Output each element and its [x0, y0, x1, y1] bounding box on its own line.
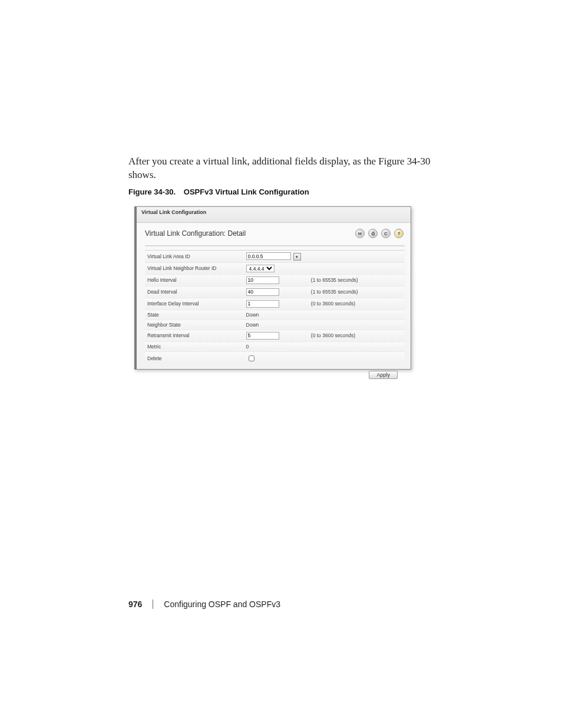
hint-hello-interval: (1 to 65535 seconds) [309, 274, 405, 286]
select-neighbor-id[interactable]: 4.4.4.4 [246, 265, 275, 272]
value-state: Down [244, 309, 405, 319]
value-metric: 0 [244, 341, 405, 351]
label-dead-interval: Dead Interval [145, 286, 244, 298]
page-number: 976 [128, 599, 142, 609]
label-neighbor-id: Virtual Link Neighbor Router ID [145, 262, 244, 274]
hint-retransmit: (0 to 3600 seconds) [309, 330, 405, 341]
row-dead-interval: Dead Interval (1 to 65535 seconds) [145, 286, 405, 298]
figure-title: OSPFv3 Virtual Link Configuration [184, 187, 309, 196]
footer-section: Configuring OSPF and OSPFv3 [164, 599, 280, 609]
detail-title: Virtual Link Configuration: Detail [145, 229, 246, 238]
row-neighbor-id: Virtual Link Neighbor Router ID 4.4.4.4 [145, 262, 405, 274]
checkbox-delete[interactable] [249, 355, 254, 361]
label-state: State [145, 309, 244, 319]
label-iface-delay: Interface Delay Interval [145, 298, 244, 309]
input-area-id[interactable] [246, 252, 291, 260]
input-dead-interval[interactable] [246, 288, 279, 296]
row-retransmit: Retransmit Interval (0 to 3600 seconds) [145, 330, 405, 341]
config-form-table: Virtual Link Area ID ▾ Virtual Link Neig… [145, 250, 405, 365]
label-area-id: Virtual Link Area ID [145, 251, 244, 263]
print-icon[interactable]: ⎙ [368, 229, 378, 238]
refresh-icon[interactable]: C [381, 229, 391, 238]
detail-header: Virtual Link Configuration: Detail H ⎙ C… [137, 223, 411, 243]
input-iface-delay[interactable] [246, 300, 279, 308]
row-iface-delay: Interface Delay Interval (0 to 3600 seco… [145, 298, 405, 309]
row-hello-interval: Hello Interval (1 to 65535 seconds) [145, 274, 405, 286]
value-neighbor-state: Down [244, 319, 405, 330]
row-neighbor-state: Neighbor State Down [145, 319, 405, 330]
hint-iface-delay: (0 to 3600 seconds) [309, 298, 405, 309]
input-hello-interval[interactable] [246, 276, 279, 284]
save-icon[interactable]: H [355, 229, 365, 238]
window-title: Virtual Link Configuration [137, 207, 411, 223]
apply-button[interactable]: Apply [369, 371, 398, 379]
label-delete: Delete [145, 351, 244, 365]
row-delete: Delete [145, 351, 405, 365]
row-state: State Down [145, 309, 405, 319]
row-metric: Metric 0 [145, 341, 405, 351]
help-icon[interactable]: ? [394, 229, 404, 238]
intro-line-1: After you create a virtual link, additio… [128, 156, 431, 167]
footer-divider [153, 599, 153, 609]
label-neighbor-state: Neighbor State [145, 319, 244, 330]
row-area-id: Virtual Link Area ID ▾ [145, 251, 405, 263]
config-panel: Virtual Link Configuration Virtual Link … [134, 206, 411, 370]
chevron-down-icon[interactable]: ▾ [293, 253, 301, 261]
figure-number: Figure 34-30. [128, 187, 176, 196]
label-hello-interval: Hello Interval [145, 274, 244, 286]
label-metric: Metric [145, 341, 244, 351]
hint-dead-interval: (1 to 65535 seconds) [309, 286, 405, 298]
label-retransmit: Retransmit Interval [145, 330, 244, 341]
input-retransmit[interactable] [246, 332, 279, 340]
intro-line-2: shows. [128, 169, 156, 180]
